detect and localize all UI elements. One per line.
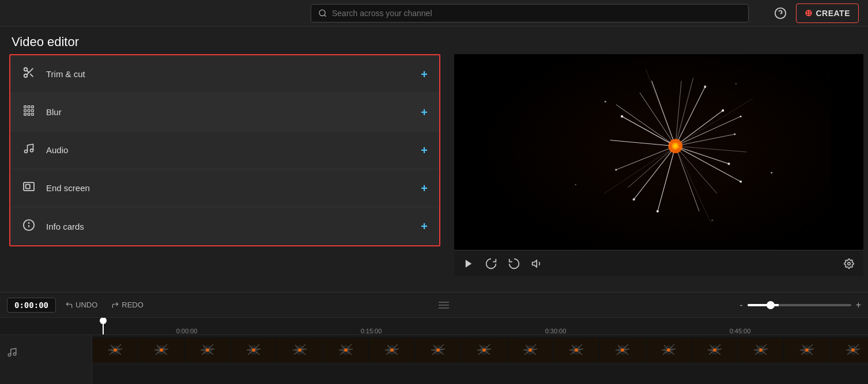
zoom-out-button[interactable]: - (739, 300, 742, 310)
settings-button[interactable] (841, 256, 856, 271)
svg-point-75 (13, 353, 16, 356)
search-container[interactable] (311, 4, 749, 22)
redo-button[interactable]: REDO (107, 298, 148, 311)
forward-10-button[interactable] (506, 256, 522, 272)
svg-point-57 (740, 116, 742, 117)
search-input[interactable] (332, 9, 742, 18)
svg-rect-15 (24, 113, 27, 116)
svg-point-4 (24, 68, 28, 71)
svg-point-53 (633, 198, 635, 200)
svg-point-70 (848, 262, 851, 265)
svg-rect-11 (32, 106, 34, 108)
blur-add-button[interactable]: + (421, 107, 428, 118)
help-button[interactable] (774, 7, 787, 20)
video-thumbnail (454, 54, 863, 250)
search-icon (318, 9, 327, 18)
end-screen-icon (22, 181, 36, 195)
rewind-icon (485, 258, 497, 269)
tool-left-blur: Blur (22, 104, 62, 120)
settings-icon (844, 258, 854, 269)
svg-point-18 (25, 150, 28, 153)
volume-icon (531, 258, 543, 269)
playhead (103, 318, 104, 334)
svg-rect-12 (24, 109, 27, 112)
svg-point-54 (615, 169, 617, 170)
ruler-mark-0: 0:00:00 (95, 328, 279, 334)
svg-line-1 (324, 15, 326, 17)
create-button[interactable]: ⊕ CREATE (796, 3, 859, 23)
page: Video editor (0, 26, 868, 384)
tool-item-end-screen[interactable]: End screen + (10, 169, 439, 207)
svg-rect-86 (92, 337, 868, 362)
svg-point-52 (728, 163, 730, 165)
zoom-controls: - + (739, 300, 861, 310)
tool-item-audio[interactable]: Audio + (10, 131, 439, 169)
svg-point-63 (605, 101, 606, 102)
rewind-10-button[interactable] (483, 256, 499, 272)
tool-item-info-cards[interactable]: Info cards + (10, 207, 439, 245)
forward-icon (508, 258, 520, 269)
svg-line-8 (27, 70, 29, 73)
timeline-tracks (0, 335, 868, 384)
tool-item-trim-cut[interactable]: Trim & cut + (10, 55, 439, 93)
svg-marker-69 (533, 260, 537, 267)
zoom-in-button[interactable]: + (856, 300, 861, 310)
svg-marker-68 (466, 260, 472, 268)
undo-button[interactable]: UNDO (61, 298, 102, 311)
tool-left-end-screen: End screen (22, 181, 90, 195)
main-content: Trim & cut + (0, 54, 868, 292)
tool-left-info-cards: Info cards (22, 219, 84, 234)
track-labels (0, 335, 92, 384)
topbar-right: ⊕ CREATE (774, 3, 859, 23)
help-icon (774, 7, 787, 20)
info-cards-label: Info cards (46, 222, 84, 231)
info-cards-icon (22, 219, 36, 234)
svg-rect-21 (26, 184, 30, 188)
svg-rect-17 (32, 113, 34, 116)
svg-point-66 (575, 184, 576, 185)
tool-left-trim: Trim & cut (22, 66, 85, 82)
svg-point-55 (621, 115, 623, 117)
end-screen-add-button[interactable]: + (421, 183, 428, 194)
video-clip[interactable] (92, 337, 868, 362)
svg-rect-16 (28, 113, 30, 116)
ruler-mark-2: 0:30:00 (463, 328, 648, 334)
left-panel: Trim & cut + (0, 54, 450, 292)
info-cards-add-button[interactable]: + (421, 220, 428, 232)
audio-add-button[interactable]: + (421, 145, 428, 156)
track-row-video (92, 335, 868, 365)
timeline-ruler: 0:00:00 0:15:00 0:30:00 0:45:00 1:0 (0, 318, 868, 335)
blur-label: Blur (46, 107, 62, 117)
ruler-mark-3: 0:45:00 (648, 328, 832, 334)
svg-point-0 (319, 10, 325, 16)
tool-left-audio: Audio (22, 142, 68, 158)
audio-icon (22, 142, 36, 158)
blur-icon (22, 104, 36, 120)
svg-point-5 (24, 74, 28, 78)
svg-point-62 (674, 145, 677, 148)
page-title: Video editor (0, 26, 868, 54)
play-icon (463, 258, 474, 269)
timeline-controls: 0:00:00 UNDO REDO (0, 292, 868, 318)
trim-cut-icon (22, 66, 36, 82)
svg-rect-14 (32, 109, 34, 112)
svg-point-65 (771, 172, 772, 174)
volume-button[interactable] (529, 256, 545, 272)
svg-rect-10 (28, 106, 30, 108)
clip-thumbnails (92, 337, 868, 362)
svg-point-51 (734, 134, 735, 135)
zoom-slider[interactable] (748, 304, 851, 306)
tools-panel: Trim & cut + (9, 54, 440, 246)
tool-item-blur[interactable]: Blur + (10, 93, 439, 131)
svg-rect-9 (24, 106, 27, 108)
trim-cut-add-button[interactable]: + (421, 69, 428, 80)
redo-icon (111, 301, 119, 309)
video-controls (454, 250, 863, 276)
ruler-mark-4: 1:0 (832, 328, 868, 334)
video-player (454, 54, 863, 250)
svg-point-19 (31, 149, 33, 152)
play-button[interactable] (461, 256, 476, 271)
menu-lines-icon (439, 301, 449, 309)
create-plus-icon: ⊕ (805, 7, 813, 18)
track-audio-icon (7, 347, 17, 358)
